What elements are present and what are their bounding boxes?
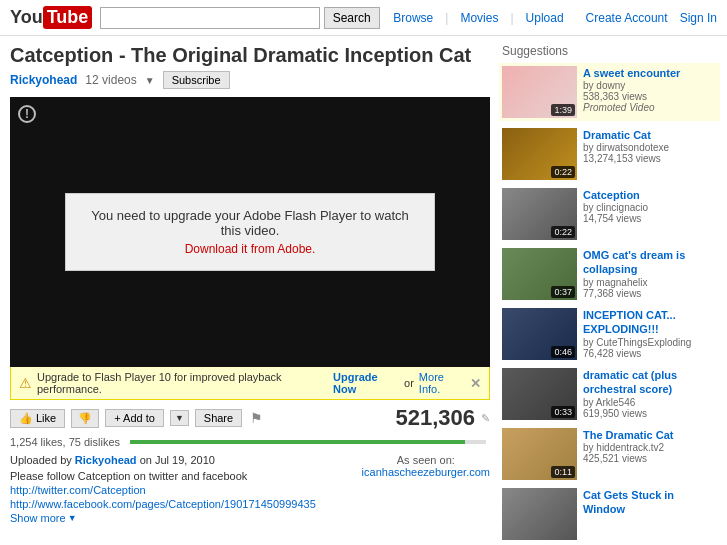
suggestion-channel: by magnahelix xyxy=(583,277,717,288)
suggestion-views: 619,950 views xyxy=(583,408,717,419)
more-info-link[interactable]: More Info. xyxy=(419,371,465,395)
search-input[interactable] xyxy=(100,7,320,29)
suggestion-info: Catceptionby clincignacio14,754 views xyxy=(583,188,717,240)
upgrade-now-link[interactable]: Upgrade Now xyxy=(333,371,399,395)
nav-divider-2: | xyxy=(510,11,513,25)
view-count: 521,306 xyxy=(395,405,475,431)
flag-icon[interactable]: ⚑ xyxy=(250,410,263,426)
share-button[interactable]: Share xyxy=(195,409,242,427)
logo-tube: Tube xyxy=(43,6,93,29)
suggestion-views: 13,274,153 views xyxy=(583,153,717,164)
suggestion-thumb: 0:11 xyxy=(502,428,577,480)
upgrade-or: or xyxy=(404,377,414,389)
content: Catception - The Original Dramatic Incep… xyxy=(0,36,727,545)
channel-row: Rickyohead 12 videos ▼ Subscribe xyxy=(10,71,490,89)
upgrade-bar-text: Upgrade to Flash Player 10 for improved … xyxy=(37,371,328,395)
flash-download-link[interactable]: Download it from Adobe. xyxy=(185,242,316,256)
suggestion-info: Dramatic Catby dirwatsondotexe13,274,153… xyxy=(583,128,717,180)
suggestion-item[interactable]: 0:46INCEPTION CAT... EXPLODING!!!by Cute… xyxy=(502,308,717,360)
video-meta: Uploaded by Rickyohead on Jul 19, 2010 P… xyxy=(10,454,490,524)
suggestion-channel: by dirwatsondotexe xyxy=(583,142,717,153)
add-to-button[interactable]: + Add to xyxy=(105,409,164,427)
suggestion-thumb: 0:33 xyxy=(502,368,577,420)
suggestion-item[interactable]: 0:22Catceptionby clincignacio14,754 view… xyxy=(502,188,717,240)
show-more-icon: ▼ xyxy=(68,513,77,523)
thumb-duration: 0:37 xyxy=(551,286,575,298)
create-account-link[interactable]: Create Account xyxy=(586,11,668,25)
suggestion-thumb: 0:22 xyxy=(502,128,577,180)
suggestion-title[interactable]: INCEPTION CAT... EXPLODING!!! xyxy=(583,308,717,337)
suggestion-channel: by CuteThingsExploding xyxy=(583,337,717,348)
like-button[interactable]: 👍 Like xyxy=(10,409,65,428)
suggestion-info: OMG cat's dream is collapsingby magnahel… xyxy=(583,248,717,300)
flash-warning-box: You need to upgrade your Adobe Flash Pla… xyxy=(65,193,435,271)
suggestion-item[interactable]: 1:39A sweet encounterby downy538,363 vie… xyxy=(499,63,720,121)
suggestion-title[interactable]: The Dramatic Cat xyxy=(583,428,717,442)
suggestion-title[interactable]: Catception xyxy=(583,188,717,202)
logo-you: You xyxy=(10,7,43,28)
sign-in-link[interactable]: Sign In xyxy=(680,11,717,25)
suggestion-item[interactable]: 0:33dramatic cat (plus orchestral score)… xyxy=(502,368,717,420)
suggestions-title: Suggestions xyxy=(502,44,717,58)
channel-link[interactable]: Rickyohead xyxy=(10,73,77,87)
upload-date: on Jul 19, 2010 xyxy=(140,454,215,466)
videos-count: 12 videos xyxy=(85,73,136,87)
browse-link[interactable]: Browse xyxy=(393,11,433,25)
facebook-link[interactable]: http://www.facebook.com/pages/Catception… xyxy=(10,498,354,510)
like-label: Like xyxy=(36,412,56,424)
nav-divider-1: | xyxy=(445,11,448,25)
upload-link[interactable]: Upload xyxy=(526,11,564,25)
thumb-duration: 0:33 xyxy=(551,406,575,418)
thumb-duration: 0:22 xyxy=(551,166,575,178)
twitter-link[interactable]: http://twitter.com/Catception xyxy=(10,484,354,496)
rating-bar xyxy=(130,440,486,444)
suggestion-channel: by downy xyxy=(583,80,717,91)
add-dropdown-icon[interactable]: ▼ xyxy=(170,410,189,426)
search-button[interactable]: Search xyxy=(324,7,380,29)
show-more-btn[interactable]: Show more ▼ xyxy=(10,512,354,524)
desc-line1: Please follow Catception on twitter and … xyxy=(10,470,354,482)
suggestion-item[interactable]: 0:37OMG cat's dream is collapsingby magn… xyxy=(502,248,717,300)
suggestion-channel: by hiddentrack.tv2 xyxy=(583,442,717,453)
suggestion-channel: by clincignacio xyxy=(583,202,717,213)
uploader-link[interactable]: Rickyohead xyxy=(75,454,137,466)
suggestion-title[interactable]: Cat Gets Stuck in Window xyxy=(583,488,717,517)
thumbs-down-button[interactable]: 👎 xyxy=(71,409,99,428)
flash-warning-text: You need to upgrade your Adobe Flash Pla… xyxy=(90,208,410,238)
suggestion-thumb: 0:37 xyxy=(502,248,577,300)
sidebar: Suggestions 1:39A sweet encounterby down… xyxy=(502,44,717,545)
youtube-logo[interactable]: YouTube xyxy=(10,6,92,29)
thumbs-up-icon: 👍 xyxy=(19,412,33,425)
as-seen-on: As seen on: icanhascheezeburger.com xyxy=(362,454,490,524)
upgrade-bar: ⚠ Upgrade to Flash Player 10 for improve… xyxy=(10,367,490,400)
suggestion-title[interactable]: Dramatic Cat xyxy=(583,128,717,142)
as-seen-label: As seen on: xyxy=(362,454,490,466)
as-seen-link[interactable]: icanhascheezeburger.com xyxy=(362,466,490,478)
thumb-duration: 1:39 xyxy=(551,104,575,116)
suggestion-views: 14,754 views xyxy=(583,213,717,224)
thumb-duration: 0:46 xyxy=(551,346,575,358)
suggestion-views: 77,368 views xyxy=(583,288,717,299)
suggestion-title[interactable]: dramatic cat (plus orchestral score) xyxy=(583,368,717,397)
suggestion-item[interactable]: 0:11The Dramatic Catby hiddentrack.tv242… xyxy=(502,428,717,480)
movies-link[interactable]: Movies xyxy=(460,11,498,25)
dropdown-icon[interactable]: ▼ xyxy=(145,75,155,86)
suggestion-item[interactable]: Cat Gets Stuck in Window xyxy=(502,488,717,540)
upgrade-close-btn[interactable]: ✕ xyxy=(470,376,481,391)
suggestion-info: Cat Gets Stuck in Window xyxy=(583,488,717,540)
edit-view-icon[interactable]: ✎ xyxy=(481,412,490,425)
suggestion-title[interactable]: A sweet encounter xyxy=(583,66,717,80)
suggestion-title[interactable]: OMG cat's dream is collapsing xyxy=(583,248,717,277)
suggestion-item[interactable]: 0:22Dramatic Catby dirwatsondotexe13,274… xyxy=(502,128,717,180)
promoted-badge: Promoted Video xyxy=(583,102,717,113)
suggestion-views: 425,521 views xyxy=(583,453,717,464)
description: Please follow Catception on twitter and … xyxy=(10,470,354,510)
subscribe-button[interactable]: Subscribe xyxy=(163,71,230,89)
show-more-text: Show more xyxy=(10,512,66,524)
suggestion-channel: by Arkle546 xyxy=(583,397,717,408)
suggestion-thumb xyxy=(502,488,577,540)
suggestion-views: 538,363 views xyxy=(583,91,717,102)
suggestion-info: dramatic cat (plus orchestral score)by A… xyxy=(583,368,717,420)
search-bar: Search xyxy=(100,7,385,29)
suggestion-thumb: 1:39 xyxy=(502,66,577,118)
